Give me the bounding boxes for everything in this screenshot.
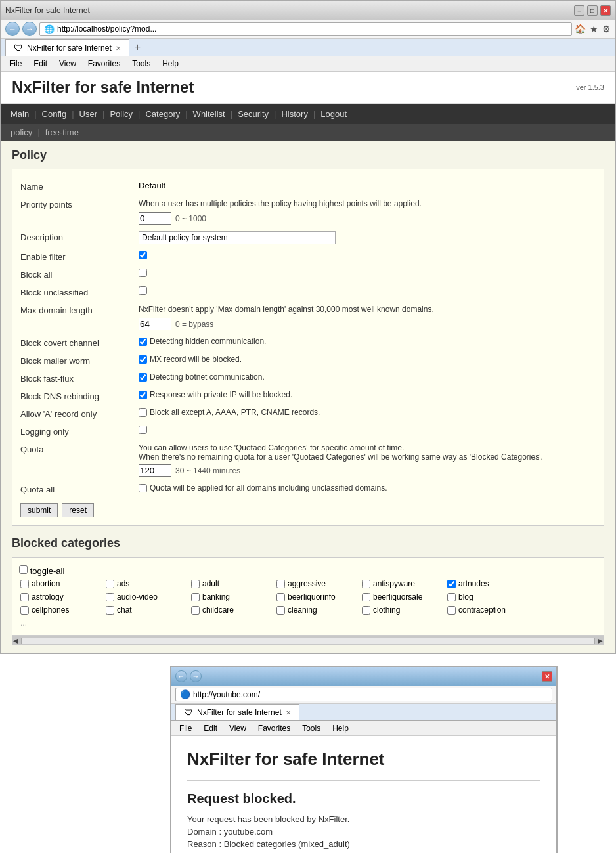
forward-btn-2[interactable]: → bbox=[190, 670, 202, 682]
block-covert-checkbox[interactable] bbox=[139, 338, 147, 346]
block-fastflux-checkbox[interactable] bbox=[139, 373, 147, 382]
menu-edit[interactable]: Edit bbox=[28, 58, 53, 70]
address-box-2[interactable]: 🔵 http://youtube.com/ bbox=[175, 688, 552, 701]
nav-whitelist[interactable]: Whitelist bbox=[189, 104, 229, 124]
tab-close-button-2[interactable]: ✕ bbox=[286, 709, 291, 716]
nav-user[interactable]: User bbox=[76, 104, 101, 124]
cat-checkbox-artnudes[interactable] bbox=[447, 580, 456, 588]
app-header: NxFilter for safe Internet ver 1.5.3 bbox=[1, 72, 615, 104]
submit-button[interactable]: submit bbox=[20, 503, 58, 517]
reset-button[interactable]: reset bbox=[62, 503, 94, 517]
back-btn-2[interactable]: ← bbox=[175, 670, 187, 682]
policy-row-block-dns: Block DNS rebinding Response with privat… bbox=[20, 387, 596, 405]
second-screenshot-container: ← → ✕ 🔵 http://youtube.com/ 🛡 NxFilter f… bbox=[0, 661, 616, 853]
url-text: http://localhost/policy?mod... bbox=[57, 24, 156, 33]
active-tab-2[interactable]: 🛡 NxFilter for safe Internet ✕ bbox=[175, 704, 299, 720]
scroll-right-arrow[interactable]: ▶ bbox=[598, 637, 603, 644]
cat-checkbox-abortion[interactable] bbox=[20, 580, 29, 588]
block-unclassified-checkbox[interactable] bbox=[139, 286, 147, 295]
close-button-2[interactable]: ✕ bbox=[542, 671, 552, 682]
cat-checkbox-audio-video[interactable] bbox=[106, 593, 114, 601]
enable-filter-checkbox[interactable] bbox=[139, 251, 147, 259]
menu2-favorites[interactable]: Favorites bbox=[253, 722, 296, 734]
nav-config[interactable]: Config bbox=[38, 104, 71, 124]
quota-input[interactable] bbox=[139, 464, 171, 477]
nav-history[interactable]: History bbox=[277, 104, 311, 124]
cat-checkbox-contraception[interactable] bbox=[447, 606, 456, 615]
blocked-message: Your request has been blocked by NxFilte… bbox=[187, 814, 540, 824]
menu-tools[interactable]: Tools bbox=[127, 58, 156, 70]
back-button[interactable]: ← bbox=[5, 22, 20, 36]
blocked-categories-title: Blocked categories bbox=[12, 536, 604, 550]
nav-category[interactable]: Category bbox=[141, 104, 184, 124]
cat-checkbox-chat[interactable] bbox=[106, 606, 114, 615]
enable-filter-label: Enable filter bbox=[20, 251, 139, 262]
toggle-all-checkbox[interactable] bbox=[19, 565, 28, 574]
gear-icon[interactable]: ⚙ bbox=[602, 24, 611, 34]
policy-row-block-mailer: Block mailer worm MX record will be bloc… bbox=[20, 351, 596, 369]
allow-a-checkbox[interactable] bbox=[139, 408, 147, 417]
quota-all-checkbox[interactable] bbox=[139, 484, 147, 492]
page-icon: 🌐 bbox=[44, 24, 55, 34]
cat-checkbox-childcare[interactable] bbox=[191, 606, 200, 615]
cat-checkbox-blog[interactable] bbox=[447, 593, 456, 601]
cat-checkbox-beerliquorsale[interactable] bbox=[362, 593, 370, 601]
cat-label-childcare: childcare bbox=[202, 605, 234, 615]
maximize-button[interactable]: □ bbox=[587, 5, 598, 16]
block-fastflux-label: Block fast-flux bbox=[20, 372, 139, 383]
subnav-policy[interactable]: policy bbox=[7, 124, 36, 141]
priority-input[interactable] bbox=[139, 212, 171, 225]
cat-label-chat: chat bbox=[117, 605, 132, 615]
cat-checkbox-ads[interactable] bbox=[106, 580, 114, 588]
cat-checkbox-antispyware[interactable] bbox=[362, 580, 370, 588]
menu2-tools[interactable]: Tools bbox=[297, 722, 326, 734]
nav-main[interactable]: Main bbox=[7, 104, 33, 124]
title-bar-2: ← → ✕ bbox=[171, 667, 556, 686]
cat-checkbox-aggressive[interactable] bbox=[276, 580, 285, 588]
nav-logout[interactable]: Logout bbox=[317, 104, 351, 124]
cat-checkbox-beerliquorinfo[interactable] bbox=[276, 593, 285, 601]
cat-checkbox-clothing[interactable] bbox=[362, 606, 370, 615]
new-tab-button[interactable]: + bbox=[129, 39, 146, 56]
cat-checkbox-cleaning[interactable] bbox=[276, 606, 285, 615]
cat-label-audio-video: audio-video bbox=[117, 592, 158, 601]
cat-checkbox-cellphones[interactable] bbox=[20, 606, 29, 615]
nav-policy[interactable]: Policy bbox=[106, 104, 137, 124]
block-dns-checkbox[interactable] bbox=[139, 391, 147, 399]
block-mailer-checkbox[interactable] bbox=[139, 355, 147, 364]
scroll-thumb[interactable] bbox=[21, 638, 595, 644]
cat-checkbox-adult[interactable] bbox=[191, 580, 200, 588]
policy-section-title: Policy bbox=[12, 148, 604, 162]
address-box[interactable]: 🌐 http://localhost/policy?mod... bbox=[39, 22, 572, 36]
minimize-button[interactable]: – bbox=[574, 5, 584, 16]
menu-help[interactable]: Help bbox=[157, 58, 184, 70]
forward-button[interactable]: → bbox=[22, 22, 37, 36]
home-icon[interactable]: 🏠 bbox=[575, 24, 586, 34]
star-icon[interactable]: ★ bbox=[590, 24, 598, 34]
menu2-file[interactable]: File bbox=[174, 722, 197, 734]
block-all-checkbox[interactable] bbox=[139, 269, 147, 277]
menu2-view[interactable]: View bbox=[224, 722, 252, 734]
menu2-help[interactable]: Help bbox=[327, 722, 354, 734]
quota-label: Quota bbox=[20, 443, 139, 454]
cat-checkbox-banking[interactable] bbox=[191, 593, 200, 601]
cat-checkbox-astrology[interactable] bbox=[20, 593, 29, 601]
desc-input[interactable] bbox=[139, 231, 336, 244]
active-tab[interactable]: 🛡 NxFilter for safe Internet ✕ bbox=[5, 39, 129, 56]
subnav-freetime[interactable]: free-time bbox=[41, 124, 83, 141]
subnav: policy | free-time bbox=[1, 124, 615, 141]
cat-beerliquorsale: beerliquorsale bbox=[361, 592, 446, 602]
nav-security[interactable]: Security bbox=[234, 104, 273, 124]
menu-favorites[interactable]: Favorites bbox=[83, 58, 125, 70]
menu2-edit[interactable]: Edit bbox=[198, 722, 223, 734]
logging-checkbox[interactable] bbox=[139, 426, 147, 434]
cat-more-placeholder: ... bbox=[19, 618, 104, 628]
close-button[interactable]: ✕ bbox=[600, 5, 611, 16]
tab-close-button[interactable]: ✕ bbox=[116, 45, 121, 52]
policy-row-desc: Description bbox=[20, 228, 596, 248]
menu-view[interactable]: View bbox=[54, 58, 81, 70]
horizontal-scrollbar[interactable]: ◀ ▶ bbox=[12, 636, 604, 645]
menu-file[interactable]: File bbox=[4, 58, 27, 70]
scroll-left-arrow[interactable]: ◀ bbox=[13, 637, 18, 644]
max-domain-input[interactable] bbox=[139, 318, 171, 330]
